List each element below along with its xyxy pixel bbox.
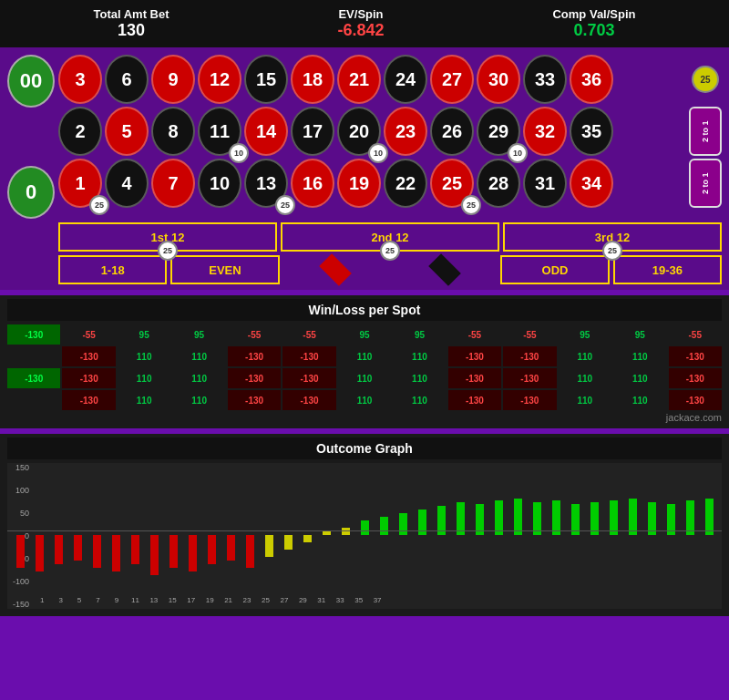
num-16[interactable]: 16 — [291, 159, 334, 208]
num-34[interactable]: 34 — [570, 159, 613, 208]
num-3[interactable]: 3 — [58, 55, 102, 104]
graph-title: Outcome Graph — [7, 438, 722, 459]
num-5[interactable]: 5 — [105, 107, 149, 156]
wl-cell-r0-c1: -55 — [62, 324, 115, 345]
bar-1 — [30, 476, 48, 594]
num-31[interactable]: 31 — [523, 159, 567, 208]
num-11[interactable]: 1110 — [198, 107, 241, 156]
num-18[interactable]: 18 — [291, 55, 334, 104]
wl-cell-r1-c3: 110 — [172, 346, 225, 366]
num-8[interactable]: 8 — [151, 107, 195, 156]
wl-cell-r1-c11: 110 — [613, 346, 666, 366]
num-23[interactable]: 23 — [384, 107, 427, 156]
bar-9 — [183, 476, 201, 594]
wl-cell-r1-c7: 110 — [393, 346, 446, 366]
x-label-extra — [611, 596, 629, 604]
num-4[interactable]: 4 — [105, 159, 149, 208]
bar-15 — [298, 476, 316, 594]
num-7[interactable]: 7 — [151, 159, 195, 208]
num-26[interactable]: 26 — [430, 107, 474, 156]
wl-cell-r2-c12: -130 — [669, 368, 722, 388]
bar-22 — [432, 476, 450, 594]
chip-29: 10 — [508, 143, 528, 163]
total-amt-bet-value: 130 — [93, 21, 169, 40]
double-zero-cell[interactable]: 00 — [7, 55, 55, 108]
wl-cell-r2-c8: -130 — [448, 368, 501, 388]
num-22[interactable]: 22 — [384, 159, 427, 208]
total-amt-bet-label: Total Amt Bet — [93, 7, 169, 21]
num-15[interactable]: 15 — [244, 55, 288, 104]
x-label-extra — [424, 596, 442, 604]
two-to-one-bottom[interactable]: 2 to 1 — [689, 159, 722, 208]
bar-17 — [336, 476, 354, 594]
num-17[interactable]: 17 — [291, 107, 334, 156]
num-20[interactable]: 2010 — [337, 107, 381, 156]
num-10[interactable]: 10 — [198, 159, 241, 208]
red-diamond-icon — [319, 253, 352, 286]
num-12[interactable]: 12 — [198, 55, 241, 104]
first-dozen-btn[interactable]: 1st 12 25 — [58, 222, 277, 252]
num-13[interactable]: 1325 — [244, 159, 288, 208]
x-label-extra — [647, 596, 665, 604]
chip-13: 25 — [275, 195, 295, 215]
two-to-one-top[interactable]: 2 to 1 — [689, 107, 722, 156]
num-36[interactable]: 36 — [570, 55, 613, 104]
num-19[interactable]: 19 — [337, 159, 381, 208]
odd-bet-btn[interactable]: ODD — [500, 255, 609, 284]
wl-cell-r3-c4: -130 — [228, 390, 281, 410]
bar-7 — [145, 476, 163, 594]
num-28[interactable]: 28 — [477, 159, 520, 208]
zero-cell[interactable]: 0 — [7, 166, 55, 219]
bar-31 — [604, 476, 622, 594]
wl-cell-r3-c7: 110 — [393, 390, 446, 410]
bar-35 — [681, 476, 699, 594]
chip-20: 10 — [368, 143, 388, 163]
x-label-extra — [684, 596, 703, 604]
x-label-11: 11 — [126, 596, 144, 604]
num-6[interactable]: 6 — [105, 55, 149, 104]
num-24[interactable]: 24 — [384, 55, 427, 104]
black-bet-btn[interactable] — [392, 255, 497, 284]
num-21[interactable]: 21 — [337, 55, 381, 104]
second-dozen-btn[interactable]: 2nd 12 25 — [281, 222, 499, 252]
wl-cell-r1-c8: -130 — [448, 346, 501, 366]
num-27[interactable]: 27 — [430, 55, 474, 104]
wl-cell-r3-c11: 110 — [613, 390, 666, 410]
wl-cell-r0-c8: -55 — [448, 324, 501, 345]
num-29[interactable]: 2910 — [477, 107, 520, 156]
wl-cell-r2-c11: 110 — [613, 368, 666, 388]
x-label-13: 13 — [145, 596, 163, 604]
bar-32 — [623, 476, 642, 594]
num-35[interactable]: 35 — [570, 107, 613, 156]
wl-cell-r2-c2: 110 — [118, 368, 170, 388]
winloss-title: Win/Loss per Spot — [7, 299, 722, 321]
num-14[interactable]: 14 — [244, 107, 288, 156]
even-bet-btn[interactable]: EVEN — [170, 255, 279, 284]
num-32[interactable]: 32 — [523, 107, 567, 156]
wl-cell-r0-c0: -130 — [7, 324, 60, 345]
bar-3 — [68, 476, 87, 594]
bar-33 — [642, 476, 661, 594]
wl-cell-r0-c9: -55 — [503, 324, 556, 345]
num-2[interactable]: 2 — [58, 107, 102, 156]
num-30[interactable]: 30 — [477, 55, 520, 104]
num-1[interactable]: 125 — [58, 159, 102, 208]
num-25[interactable]: 2525 — [430, 159, 474, 208]
red-bet-btn[interactable] — [283, 255, 388, 284]
wl-cell-r1-c1: -130 — [62, 346, 115, 366]
x-label-extra — [386, 596, 405, 604]
zero-column: 00 0 — [7, 55, 55, 219]
x-label-37: 37 — [368, 596, 386, 604]
third-dozen-btn[interactable]: 3rd 12 25 — [503, 222, 722, 252]
wl-cell-r0-c4: -55 — [228, 324, 281, 345]
x-label-21: 21 — [219, 596, 237, 604]
num-33[interactable]: 33 — [523, 55, 567, 104]
dozen-chip-2nd: 25 — [380, 241, 400, 261]
num-9[interactable]: 9 — [151, 55, 195, 104]
high-bet-btn[interactable]: 19-36 — [613, 255, 722, 284]
wl-cell-r1-c5: -130 — [282, 346, 335, 366]
x-label-29: 29 — [293, 596, 312, 604]
wl-cell-r0-c11: 95 — [613, 324, 666, 345]
low-bet-btn[interactable]: 1-18 — [58, 255, 167, 284]
bar-16 — [317, 476, 335, 594]
